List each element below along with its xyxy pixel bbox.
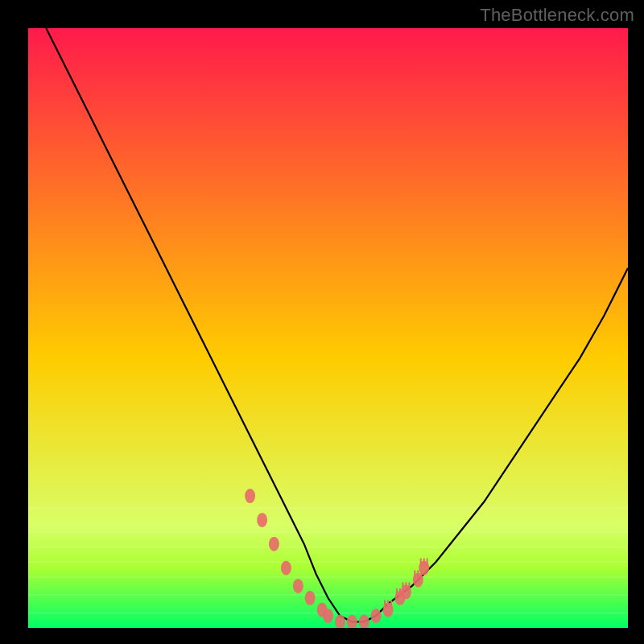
watermark-text: TheBottleneck.com	[480, 5, 634, 26]
marker-dot	[245, 489, 255, 503]
marker-dot	[293, 579, 303, 593]
chart-frame: TheBottleneck.com	[0, 0, 644, 644]
marker-dot	[257, 513, 267, 527]
marker-dot	[305, 591, 316, 605]
chart-svg	[28, 28, 628, 628]
marker-dot	[371, 609, 382, 623]
marker-dot	[281, 561, 291, 576]
marker-dot	[323, 609, 333, 623]
plot-area	[28, 28, 628, 628]
gradient-bg	[28, 28, 628, 628]
marker-dot	[269, 537, 279, 551]
